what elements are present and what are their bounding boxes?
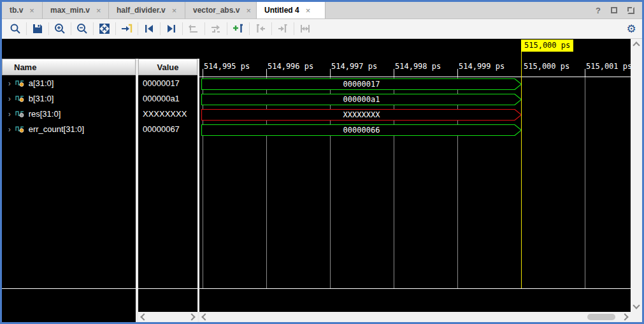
search-icon[interactable] bbox=[4, 21, 26, 36]
wave-bus-a[interactable]: 00000017 bbox=[201, 78, 522, 90]
axis-tick-label: 514,996 ps bbox=[268, 62, 313, 71]
scrollbar-thumb[interactable] bbox=[587, 314, 615, 320]
list-bottom-line bbox=[2, 288, 136, 289]
signal-row-b[interactable]: › b[31:0] bbox=[2, 91, 136, 106]
bus-signal-icon bbox=[15, 94, 24, 102]
signal-value[interactable]: 00000067 bbox=[138, 121, 197, 136]
cursor-time-badge[interactable]: 515,000 ps bbox=[521, 40, 573, 52]
name-column-header[interactable]: Name bbox=[2, 59, 136, 75]
add-marker-icon[interactable] bbox=[227, 21, 249, 36]
help-icon[interactable]: ? bbox=[596, 6, 601, 15]
wave-horizontal-scrollbar[interactable] bbox=[199, 312, 631, 322]
scrollbar-corner bbox=[631, 312, 642, 322]
signal-row-err-count[interactable]: › err_count[31:0] bbox=[2, 121, 136, 136]
bus-value-label: XXXXXXXX bbox=[201, 109, 522, 121]
tab-untitled-4[interactable]: Untitled 4 × bbox=[257, 2, 326, 18]
wave-bus-b[interactable]: 000000a1 bbox=[201, 94, 522, 105]
bus-value-label: 000000a1 bbox=[201, 94, 522, 105]
signal-name: res[31:0] bbox=[29, 109, 61, 119]
expand-chevron-icon[interactable]: › bbox=[8, 124, 11, 133]
zoom-in-icon[interactable] bbox=[49, 21, 71, 36]
tab-tb.v[interactable]: tb.v × bbox=[2, 2, 43, 18]
signal-value[interactable]: 000000a1 bbox=[138, 91, 197, 106]
close-icon[interactable]: × bbox=[246, 6, 251, 15]
tab-label: max_min.v bbox=[50, 6, 90, 15]
tab-label: vector_abs.v bbox=[193, 6, 240, 15]
maximize-icon[interactable] bbox=[611, 7, 617, 13]
next-transition-icon[interactable] bbox=[161, 21, 182, 36]
previous-marker-icon bbox=[250, 21, 271, 36]
axis-tick-label: 515,001 ps bbox=[586, 62, 631, 71]
close-icon[interactable]: × bbox=[306, 6, 311, 15]
close-icon[interactable]: × bbox=[29, 6, 34, 15]
waveform-viewer-window: tb.v × max_min.v × half_divider.v × vect… bbox=[0, 0, 644, 324]
wave-bus-err-count[interactable]: 00000066 bbox=[201, 124, 522, 136]
span-markers-icon bbox=[294, 21, 316, 36]
scroll-up-icon[interactable] bbox=[633, 41, 640, 48]
signal-value[interactable]: XXXXXXXX bbox=[138, 106, 197, 121]
signal-row-res[interactable]: › res[31:0] bbox=[2, 106, 136, 121]
wave-bus-res[interactable]: XXXXXXXX bbox=[201, 109, 522, 121]
signal-value-panel: Value 00000017 000000a1 XXXXXXXX 0000006… bbox=[138, 39, 197, 322]
signal-name-panel: Name › a[31:0] › b[31:0] › res[31:0] › e… bbox=[2, 39, 136, 322]
bus-value-label: 00000017 bbox=[201, 78, 522, 90]
signal-name: b[31:0] bbox=[29, 94, 54, 103]
scroll-right-icon[interactable] bbox=[621, 313, 628, 320]
tab-bar: tb.v × max_min.v × half_divider.v × vect… bbox=[2, 2, 642, 19]
axis-tick-label: 514,998 ps bbox=[395, 62, 441, 71]
time-cursor-line[interactable] bbox=[521, 52, 522, 288]
signal-name: a[31:0] bbox=[29, 78, 54, 88]
step-arrow-icon bbox=[205, 21, 227, 36]
scroll-left-icon[interactable] bbox=[201, 313, 208, 320]
list-bottom-line bbox=[138, 288, 197, 289]
float-window-icon[interactable] bbox=[627, 7, 634, 14]
bus-signal-icon bbox=[15, 79, 24, 87]
close-icon[interactable]: × bbox=[96, 6, 101, 15]
tab-max_min.v[interactable]: max_min.v × bbox=[43, 2, 109, 18]
settings-gear-icon[interactable]: ⚙ bbox=[620, 21, 642, 36]
axis-baseline bbox=[199, 77, 631, 77]
signal-row-a[interactable]: › a[31:0] bbox=[2, 75, 136, 91]
panel-top-strip bbox=[2, 39, 199, 59]
axis-tick-label: 515,000 ps bbox=[524, 62, 569, 71]
window-controls: ? bbox=[596, 2, 642, 18]
signal-name-rows: › a[31:0] › b[31:0] › res[31:0] › err_co… bbox=[2, 75, 136, 136]
scroll-down-icon[interactable] bbox=[633, 302, 640, 309]
scroll-right-icon[interactable] bbox=[188, 313, 195, 320]
signal-name: err_count[31:0] bbox=[29, 124, 84, 134]
expand-chevron-icon[interactable]: › bbox=[8, 94, 11, 102]
waveform-canvas[interactable]: 515,000 ps 514,995 ps 514,996 ps 514,997… bbox=[199, 39, 631, 322]
next-marker-icon bbox=[272, 21, 294, 36]
expand-chevron-icon[interactable]: › bbox=[8, 109, 11, 117]
bus-signal-icon bbox=[15, 125, 24, 133]
bus-value-label: 00000066 bbox=[201, 124, 522, 136]
close-icon[interactable]: × bbox=[172, 6, 177, 15]
wave-vertical-scrollbar[interactable] bbox=[631, 39, 642, 312]
expand-chevron-icon[interactable]: › bbox=[8, 78, 11, 87]
tab-label: tb.v bbox=[10, 6, 23, 15]
axis-tick-label: 514,995 ps bbox=[204, 62, 250, 71]
signal-value[interactable]: 00000017 bbox=[138, 75, 197, 91]
bus-signal-icon-gray bbox=[15, 110, 24, 117]
axis-tick-label: 514,999 ps bbox=[459, 62, 504, 71]
axis-tick-label: 514,997 ps bbox=[331, 62, 377, 71]
tab-vector_abs.v[interactable]: vector_abs.v × bbox=[185, 2, 257, 18]
tab-label: half_divider.v bbox=[117, 6, 166, 15]
wave-bottom-line bbox=[199, 288, 631, 289]
gridline bbox=[585, 77, 585, 288]
save-icon[interactable] bbox=[27, 21, 48, 36]
goto-cursor-icon[interactable] bbox=[116, 21, 138, 36]
signal-value-rows: 00000017 000000a1 XXXXXXXX 00000067 bbox=[138, 75, 197, 136]
scroll-left-icon[interactable] bbox=[140, 313, 147, 320]
value-column-header[interactable]: Value bbox=[138, 59, 197, 75]
tab-label: Untitled 4 bbox=[264, 6, 299, 15]
tab-half_divider.v[interactable]: half_divider.v × bbox=[109, 2, 185, 18]
value-horizontal-scrollbar[interactable] bbox=[138, 312, 197, 322]
prev-transition-icon[interactable] bbox=[138, 21, 160, 36]
return-arrow-icon bbox=[183, 21, 204, 36]
waveform-toolbar: ⚙ bbox=[2, 19, 642, 39]
zoom-fit-icon[interactable] bbox=[94, 21, 115, 36]
zoom-out-icon[interactable] bbox=[71, 21, 93, 36]
